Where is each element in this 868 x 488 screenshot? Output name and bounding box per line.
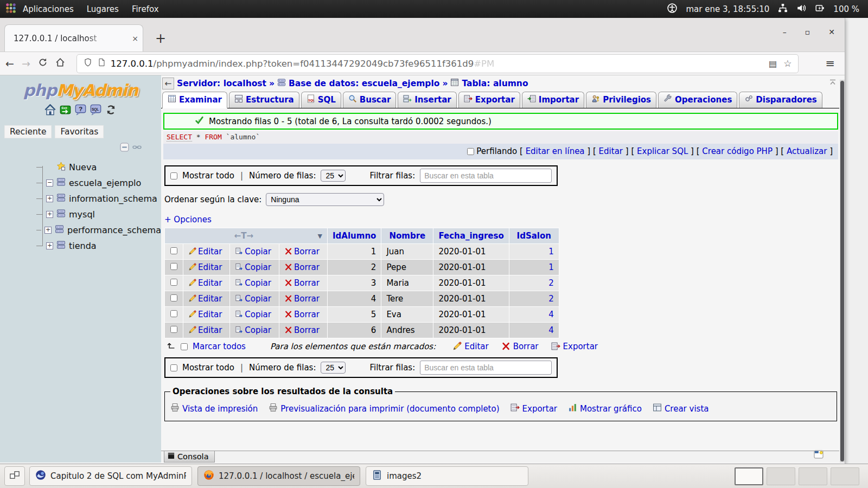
row-delete-link[interactable]: Borrar [294,262,320,272]
taskbar-task[interactable]: Capitulo 2 de SQL com MyAdminPH... [29,466,192,486]
tab-close-icon[interactable]: × [132,34,138,43]
menu-lugares[interactable]: Lugares [80,0,125,18]
tree-label[interactable]: performance_schema [67,225,161,235]
pma-tab-exportar[interactable]: Exportar [458,92,520,108]
row-edit-link[interactable]: Editar [198,294,222,304]
network-icon[interactable] [778,3,788,15]
row-edit-link[interactable]: Editar [198,278,222,288]
workspace-2[interactable] [767,467,795,485]
qops-link-exportar[interactable]: Exportar [510,403,557,414]
expand-plus-icon[interactable]: + [46,195,53,202]
column-header-nombre[interactable]: Nombre [381,228,433,244]
help-icon[interactable]: ? [75,104,86,118]
row-copy-link[interactable]: Copiar [245,325,271,335]
tree-label[interactable]: Nueva [69,162,97,172]
breadcrumb-server[interactable]: Servidor: localhost [177,79,266,88]
link-icon[interactable] [132,143,142,154]
workspace-1[interactable] [735,467,763,485]
home-icon[interactable] [44,104,56,118]
menu-firefox[interactable]: Firefox [125,0,165,18]
sort-key-select[interactable]: Ninguna [266,193,384,206]
row-copy-link[interactable]: Copiar [245,278,271,288]
column-arrows[interactable]: ←T→ [170,231,318,241]
filter-rows-input[interactable] [420,361,552,375]
battery-icon[interactable] [815,3,825,15]
row-checkbox[interactable] [170,263,177,270]
shield-icon[interactable] [84,58,92,69]
page-settings-icon[interactable] [813,449,824,462]
row-delete-link[interactable]: Borrar [294,325,320,335]
taskbar-task[interactable]: images2 [366,466,528,486]
column-header-fecha[interactable]: Fecha_ingreso [433,228,509,244]
num-rows-select[interactable]: 25 [321,362,346,374]
logout-icon[interactable]: Exit [60,104,71,118]
filter-rows-input[interactable] [420,169,552,183]
url-text[interactable]: 127.0.0.1/phpmyadmin/index.php?token=f04… [111,59,764,69]
delete-selected-link[interactable]: Borrar [513,342,539,351]
window-list-button[interactable] [4,466,25,486]
pma-tab-operaciones[interactable]: Operaciones [658,92,737,108]
refresh-icon[interactable] [105,104,117,118]
workspace-3[interactable] [799,467,827,485]
minimize-button[interactable]: – [783,28,787,36]
tree-label[interactable]: mysql [69,209,95,220]
profiling-checkbox[interactable] [467,148,474,155]
tree-label[interactable]: escuela_ejemplo [69,178,141,188]
bookmark-star-icon[interactable]: ☆ [783,58,792,69]
breadcrumb-database[interactable]: Base de datos: escuela_ejemplo [289,79,439,88]
pma-tab-privilegios[interactable]: Privilegios [586,92,656,108]
query-link-crear-código-php[interactable]: Crear código PHP [702,146,773,156]
check-all-checkbox[interactable] [181,343,188,350]
row-edit-link[interactable]: Editar [198,325,222,335]
hamburger-menu-icon[interactable]: ≡ [825,57,835,70]
row-checkbox[interactable] [170,310,177,317]
scrollbar-thumb[interactable] [840,81,844,461]
accessibility-icon[interactable] [667,3,677,15]
row-delete-link[interactable]: Borrar [294,294,320,304]
edit-selected-link[interactable]: Editar [464,342,488,351]
maximize-button[interactable]: ▫ [805,28,810,36]
pma-tab-buscar[interactable]: Buscar [343,92,396,108]
cell-idsalon-link[interactable]: 1 [548,262,554,272]
cell-idsalon-link[interactable]: 2 [548,278,554,288]
column-header-idalumno[interactable]: IdAlumno [328,228,381,244]
pma-tab-estructura[interactable]: Estructura [229,92,299,108]
expand-plus-icon[interactable]: + [44,227,52,234]
pma-tab-sql[interactable]: SQLSQL [301,92,341,108]
pma-tab-disparadores[interactable]: Disparadores [739,92,822,108]
pma-tab-importar[interactable]: Importar [522,92,584,108]
home-button[interactable] [55,57,65,69]
query-link-editar[interactable]: Editar [599,146,623,156]
row-checkbox[interactable] [170,279,177,286]
qops-link-vista[interactable]: Vista de impresión [170,403,258,414]
cell-idsalon-link[interactable]: 4 [548,325,554,335]
num-rows-select[interactable]: 25 [321,170,346,182]
reader-mode-icon[interactable]: ▤ [769,59,777,69]
row-copy-link[interactable]: Copiar [245,310,271,319]
back-button[interactable]: ← [5,57,14,69]
close-button[interactable]: ✕ [828,28,835,36]
console-toggle[interactable]: Consola [164,451,215,463]
row-copy-link[interactable]: Copiar [245,247,271,256]
sidebar-tab-reciente[interactable]: Reciente [4,125,52,138]
row-edit-link[interactable]: Editar [198,262,222,272]
pma-back-button[interactable]: ← [162,78,174,89]
row-delete-link[interactable]: Borrar [294,310,320,319]
volume-icon[interactable] [796,3,806,15]
taskbar-task[interactable]: 127.0.0.1 / localhost / escuela_ejem... [197,466,360,486]
tree-label[interactable]: tienda [69,241,97,251]
pma-tab-examinar[interactable]: Examinar [162,92,227,108]
applications-grid-icon[interactable] [5,3,16,16]
breadcrumb-table[interactable]: Tabla: alumno [462,79,528,88]
url-bar[interactable]: 127.0.0.1/phpmyadmin/index.php?token=f04… [77,55,799,73]
check-all-link[interactable]: Marcar todos [193,342,246,351]
qops-link-mostrar[interactable]: Mostrar gráfico [568,403,642,414]
new-tab-button[interactable]: + [155,31,166,46]
menu-aplicaciones[interactable]: Aplicaciones [16,0,80,18]
collapse-top-icon[interactable] [828,78,837,89]
sql-help-icon[interactable]: SQL [90,104,101,118]
vertical-scrollbar[interactable] [840,80,845,463]
row-copy-link[interactable]: Copiar [245,262,271,272]
cell-idsalon-link[interactable]: 2 [548,294,554,304]
row-checkbox[interactable] [170,294,177,301]
